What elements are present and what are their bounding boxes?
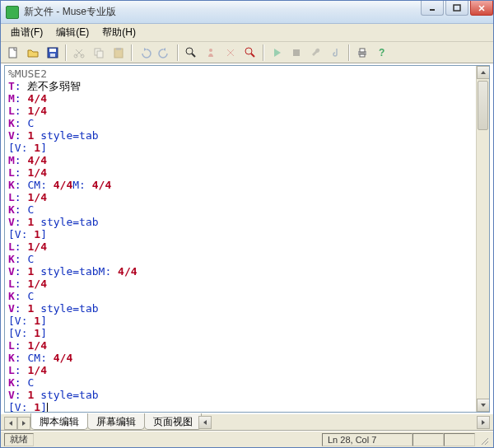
tab-0[interactable]: 脚本编辑 (30, 413, 88, 430)
close-button[interactable] (470, 1, 493, 16)
tab-next-button[interactable] (17, 417, 30, 430)
svg-rect-20 (360, 54, 365, 57)
editor-line[interactable]: K: C (8, 117, 473, 129)
editor-line[interactable]: M: 4/4 (8, 92, 473, 105)
editor-line[interactable]: V: 1 style=tab (8, 129, 473, 142)
tab-1[interactable]: 屏幕编辑 (87, 413, 145, 430)
vertical-scrollbar[interactable] (476, 66, 489, 412)
editor-line[interactable]: M: 4/4 (8, 154, 473, 166)
svg-rect-19 (360, 49, 365, 52)
editor-line[interactable]: L: 1/4 (8, 191, 473, 203)
editor-line[interactable]: L: 1/4 (8, 339, 473, 352)
window-title: 新文件 - Muse专业版 (24, 5, 419, 19)
editor-line[interactable]: L: 1/4 (8, 364, 473, 376)
svg-point-14 (209, 49, 212, 52)
svg-rect-5 (50, 54, 55, 57)
menu-f[interactable]: 曲谱(F) (4, 24, 49, 41)
editor-line[interactable]: L: 1/4 (8, 166, 473, 179)
main-window: 新文件 - Muse专业版 曲谱(F)编辑(E)帮助(H) ? %M (0, 0, 494, 448)
redo-button[interactable] (156, 44, 174, 62)
tool-note-icon[interactable] (327, 44, 345, 62)
resize-grip-icon[interactable] (477, 433, 490, 446)
tab-2[interactable]: 页面视图 (144, 413, 202, 430)
editor-line[interactable]: T: 差不多弱智 (8, 80, 473, 92)
cut-button[interactable] (70, 44, 88, 62)
editor-line[interactable]: K: C (8, 253, 473, 265)
menu-e[interactable]: 编辑(E) (49, 24, 96, 41)
print-button[interactable] (353, 44, 371, 62)
find-button[interactable] (182, 44, 200, 62)
scroll-down-button[interactable] (477, 399, 490, 412)
menubar: 曲谱(F)编辑(E)帮助(H) (1, 24, 493, 42)
editor-line[interactable]: K: C (8, 376, 473, 389)
tab-nav-arrows (4, 417, 30, 430)
editor-line[interactable]: L: 1/4 (8, 105, 473, 117)
editor-line[interactable]: V: 1 style=tabM: 4/4 (8, 265, 473, 278)
tool-person-icon[interactable] (202, 44, 220, 62)
new-file-button[interactable] (4, 44, 22, 62)
window-buttons (419, 1, 493, 23)
undo-button[interactable] (136, 44, 154, 62)
scroll-thumb[interactable] (478, 81, 488, 130)
svg-text:?: ? (379, 47, 384, 58)
editor-line[interactable]: L: 1/4 (8, 278, 473, 290)
svg-line-13 (192, 54, 195, 57)
svg-point-12 (186, 48, 193, 54)
tool-cut-red-icon[interactable] (221, 44, 240, 62)
editor-line[interactable]: K: CM: 4/4 (8, 352, 473, 364)
status-position: Ln 28, Col 7 (322, 433, 412, 446)
editor-line[interactable]: [V: 1] (8, 142, 473, 154)
code-editor[interactable]: %MUSE2T: 差不多弱智M: 4/4L: 1/4K: CV: 1 style… (5, 66, 476, 412)
editor-line[interactable]: [V: 1] (8, 315, 473, 327)
svg-rect-1 (454, 5, 460, 11)
svg-rect-9 (97, 51, 103, 58)
editor-frame: %MUSE2T: 差不多弱智M: 4/4L: 1/4K: CV: 1 style… (4, 65, 490, 413)
titlebar: 新文件 - Muse专业版 (1, 1, 493, 24)
scroll-up-button[interactable] (477, 66, 490, 79)
svg-point-15 (245, 48, 252, 54)
status-empty-1 (412, 433, 444, 446)
minimize-button[interactable] (421, 1, 444, 16)
svg-rect-11 (116, 48, 121, 50)
svg-rect-4 (49, 49, 56, 52)
tabbar: 脚本编辑屏幕编辑页面视图 (1, 414, 493, 431)
svg-rect-2 (9, 48, 16, 58)
stop-button[interactable] (287, 44, 305, 62)
editor-line[interactable]: K: C (8, 203, 473, 216)
editor-line[interactable]: V: 1 style=tab (8, 216, 473, 228)
editor-line[interactable]: K: CM: 4/4M: 4/4 (8, 179, 473, 191)
status-ready: 就绪 (4, 433, 34, 446)
horizontal-scrollbar[interactable] (198, 416, 490, 429)
hscroll-track[interactable] (212, 416, 477, 429)
tabs: 脚本编辑屏幕编辑页面视图 (30, 413, 201, 430)
editor-line[interactable]: [V: 1] (8, 327, 473, 339)
maximize-button[interactable] (445, 1, 468, 16)
editor-line[interactable]: L: 1/4 (8, 240, 473, 253)
toolbar-separator (65, 44, 67, 61)
hscroll-left[interactable] (198, 416, 212, 429)
tab-prev-button[interactable] (4, 417, 17, 430)
editor-line[interactable]: V: 1 style=tab (8, 389, 473, 401)
editor-line[interactable]: %MUSE2 (8, 68, 473, 80)
hscroll-right[interactable] (477, 416, 490, 429)
tool-wrench-icon[interactable] (307, 44, 325, 62)
toolbar-separator (263, 44, 264, 61)
save-button[interactable] (44, 44, 62, 62)
editor-line[interactable]: [V: 1] (8, 228, 473, 240)
toolbar-separator (131, 44, 133, 61)
play-button[interactable] (268, 44, 286, 62)
help-button[interactable]: ? (373, 44, 391, 62)
paste-button[interactable] (110, 44, 128, 62)
editor-line[interactable]: [V: 1] (8, 401, 473, 412)
svg-rect-17 (293, 49, 300, 56)
toolbar-separator (177, 44, 179, 61)
editor-line[interactable]: V: 1 style=tab (8, 302, 473, 315)
find-replace-button[interactable] (241, 44, 259, 62)
app-icon (6, 6, 19, 19)
menu-h[interactable]: 帮助(H) (96, 24, 142, 41)
open-file-button[interactable] (24, 44, 42, 62)
editor-line[interactable]: K: C (8, 290, 473, 302)
copy-button[interactable] (90, 44, 108, 62)
statusbar: 就绪 Ln 28, Col 7 (1, 431, 493, 447)
toolbar: ? (1, 42, 493, 63)
